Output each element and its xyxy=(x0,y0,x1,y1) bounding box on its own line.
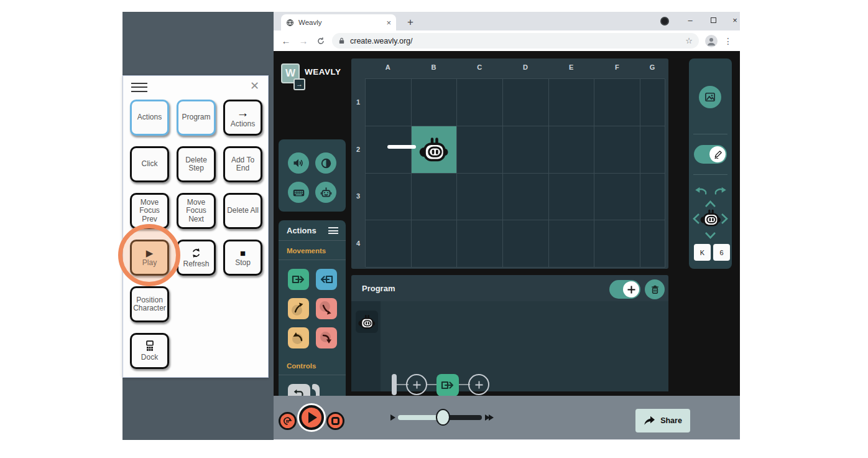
movement-forward-button[interactable] xyxy=(288,269,309,290)
tab-close-icon[interactable]: × xyxy=(386,18,391,27)
switch-button-delete-all[interactable]: Delete All xyxy=(223,193,262,229)
stop-square-icon xyxy=(331,417,339,425)
switch-button-stop[interactable]: ■ Stop xyxy=(223,240,262,276)
panel-close-icon[interactable]: ✕ xyxy=(250,79,259,93)
browser-profile-dot-icon[interactable] xyxy=(660,17,669,26)
share-button[interactable]: Share xyxy=(635,409,690,432)
movement-turn-right-90-button[interactable] xyxy=(316,327,337,348)
browser-tab-weavly[interactable]: Weavly × xyxy=(281,14,396,30)
window-close-button[interactable]: × xyxy=(726,13,744,28)
scene-grid: ABCDEFG 1234 xyxy=(351,58,668,269)
audio-feedback-button[interactable] xyxy=(288,152,309,174)
program-character-tab[interactable] xyxy=(356,311,378,333)
stop-square-icon: ■ xyxy=(240,248,246,258)
plus-icon xyxy=(474,380,484,390)
switch-button-move-focus-next[interactable]: Move Focus Next xyxy=(177,193,216,229)
turn-right-redo-button[interactable] xyxy=(713,186,727,196)
bookmark-star-icon[interactable]: ☆ xyxy=(685,36,693,45)
weavly-logo-arrow-icon: → xyxy=(293,78,305,90)
grid-cells[interactable] xyxy=(365,78,665,267)
column-position-key[interactable]: K xyxy=(694,244,711,261)
reload-icon[interactable] xyxy=(312,37,330,45)
draw-trail-toggle[interactable] xyxy=(694,145,727,164)
lock-icon xyxy=(338,37,345,45)
character-cell-B2[interactable] xyxy=(412,126,458,174)
movements-section-label: Movements xyxy=(279,241,346,260)
move-right-button[interactable] xyxy=(721,213,728,225)
panel-menu-icon[interactable] xyxy=(131,83,147,92)
movement-turn-left-45-button[interactable] xyxy=(288,298,309,319)
contrast-icon xyxy=(320,157,332,169)
weavly-logo: W → WEAVLY xyxy=(280,63,348,100)
add-step-node-1[interactable] xyxy=(406,374,427,395)
screenshot-root: Weavly × + – × ← → create.weavly.org/ ☆ xyxy=(0,0,868,458)
dock-icon xyxy=(144,340,156,352)
pen-icon xyxy=(713,149,723,160)
share-label: Share xyxy=(660,416,682,425)
switch-button-position-character[interactable]: Position Character xyxy=(130,286,169,322)
settings-panel xyxy=(279,139,346,212)
program-start-handle[interactable] xyxy=(392,374,397,395)
keyboard-shortcuts-button[interactable] xyxy=(288,182,309,203)
palette-header: Actions xyxy=(287,226,316,235)
weavly-logo-text: WEAVLY xyxy=(305,67,341,77)
share-icon xyxy=(644,416,655,426)
fast-speed-icon[interactable] xyxy=(485,414,494,421)
move-down-button[interactable] xyxy=(704,231,716,239)
window-maximize-button[interactable] xyxy=(704,13,723,28)
character-trail xyxy=(387,145,416,149)
delete-program-button[interactable] xyxy=(645,279,665,299)
play-highlight-ring xyxy=(118,224,180,286)
tab-title: Weavly xyxy=(298,19,382,26)
address-bar[interactable]: create.weavly.org/ ☆ xyxy=(332,33,699,49)
arrow-right-icon: → xyxy=(237,106,249,119)
browser-menu-icon[interactable]: ⋮ xyxy=(724,36,732,46)
switch-button-actions[interactable]: Actions xyxy=(130,100,169,136)
switch-button-refresh[interactable]: Refresh xyxy=(177,240,216,276)
play-controls-bar: Share xyxy=(274,396,740,439)
speaker-icon xyxy=(292,157,305,169)
slow-speed-icon[interactable] xyxy=(390,414,395,421)
program-step-forward[interactable] xyxy=(436,374,459,396)
window-minimize-button[interactable]: – xyxy=(681,13,699,28)
program-tab-column xyxy=(351,301,381,391)
play-button[interactable] xyxy=(297,403,326,432)
switch-button-click[interactable]: Click xyxy=(130,146,169,182)
picture-icon xyxy=(704,91,716,103)
new-tab-button[interactable]: + xyxy=(404,16,417,29)
movement-turn-left-90-button[interactable] xyxy=(288,327,309,348)
add-step-node-2[interactable] xyxy=(468,374,489,395)
browser-tabstrip: Weavly × + – × xyxy=(274,12,740,30)
switch-button-add-to-end[interactable]: Add To End xyxy=(223,146,262,182)
scene-background-button[interactable] xyxy=(699,86,721,108)
switch-button-dock[interactable]: Dock xyxy=(130,333,169,369)
move-left-button[interactable] xyxy=(693,213,700,225)
keyboard-icon xyxy=(292,186,305,199)
globe-favicon-icon xyxy=(286,19,294,27)
stop-button[interactable] xyxy=(326,412,344,430)
add-node-toggle[interactable] xyxy=(609,280,640,299)
switch-button-program[interactable]: Program xyxy=(177,100,216,136)
profile-avatar-icon[interactable] xyxy=(705,35,718,47)
browser-toolbar: ← → create.weavly.org/ ☆ ⋮ xyxy=(274,30,740,51)
movement-turn-right-45-button[interactable] xyxy=(316,298,337,319)
speed-slider-knob[interactable] xyxy=(436,409,450,426)
row-position-key[interactable]: 6 xyxy=(713,244,730,261)
replay-icon xyxy=(282,416,293,426)
character-controls-panel: K 6 xyxy=(689,58,732,269)
grid-column-headers: ABCDEFG xyxy=(365,63,665,71)
palette-menu-icon[interactable] xyxy=(328,227,338,234)
switch-button-goto-actions[interactable]: → Actions xyxy=(223,100,262,136)
theme-contrast-button[interactable] xyxy=(315,152,336,174)
forward-icon[interactable]: → xyxy=(295,35,312,46)
robot-character xyxy=(419,134,449,164)
movement-backward-button[interactable] xyxy=(316,269,337,290)
character-select-button[interactable] xyxy=(315,182,336,203)
program-panel: Program xyxy=(351,275,668,391)
plus-icon xyxy=(627,285,636,294)
replay-button[interactable] xyxy=(279,412,297,430)
back-icon[interactable]: ← xyxy=(277,35,295,46)
switch-button-delete-step[interactable]: Delete Step xyxy=(177,146,216,182)
turn-left-undo-button[interactable] xyxy=(695,186,708,196)
browser-window: Weavly × + – × ← → create.weavly.org/ ☆ xyxy=(274,12,740,440)
